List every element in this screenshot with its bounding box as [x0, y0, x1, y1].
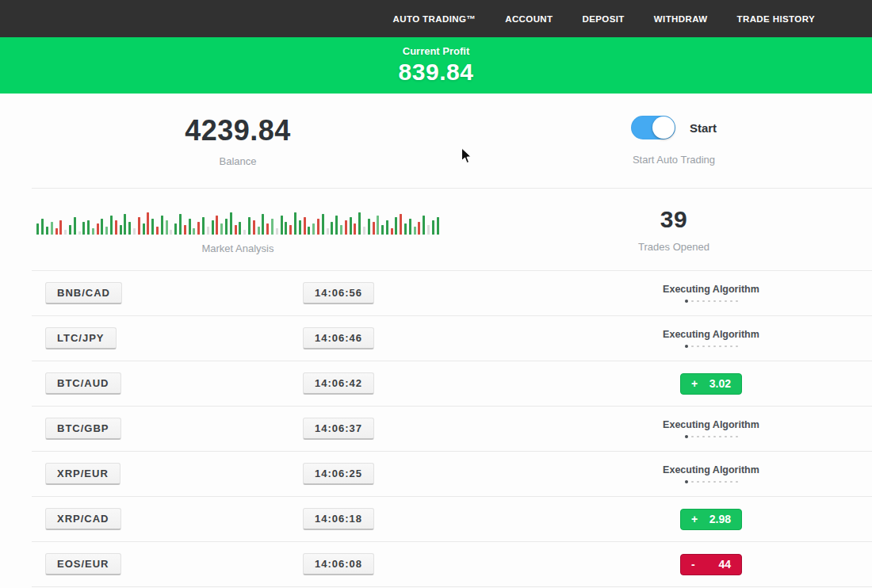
candle-bar [418, 222, 420, 235]
candle-bar [414, 227, 416, 235]
time-button[interactable]: 14:06:25 [303, 463, 374, 485]
candle-bar [391, 228, 393, 235]
badge-value: 3.02 [709, 377, 731, 390]
stats-row-balance: 4239.84 Balance Start Start Auto Trading [0, 94, 872, 188]
nav-item-deposit[interactable]: DEPOSIT [583, 14, 625, 24]
time-button[interactable]: 14:06:42 [303, 372, 374, 395]
badge-value: 44 [718, 558, 731, 571]
candle-bar [128, 222, 131, 235]
pair-button[interactable]: BTC/GBP [45, 418, 121, 440]
candle-bar [276, 228, 278, 235]
progress-dot [713, 436, 716, 438]
progress-dot [730, 300, 732, 303]
candle-bar [427, 225, 430, 235]
pair-button[interactable]: XRP/EUR [45, 463, 120, 485]
candle-bar [239, 222, 241, 235]
candle-bar [299, 220, 301, 235]
progress-dot [702, 436, 705, 438]
pair-button[interactable]: BTC/AUD [45, 372, 121, 395]
candle-bar [373, 222, 375, 235]
progress-dot [719, 300, 721, 303]
trades-table: BNB/CAD 14:06:56 Executing Algorithm LTC… [0, 271, 872, 587]
candle-bar [381, 225, 384, 235]
progress-dot [691, 346, 694, 348]
market-analysis-chart [36, 204, 438, 235]
trade-status: Executing Algorithm [550, 419, 872, 438]
candle-bar [87, 220, 90, 235]
trade-status: Executing Algorithm [550, 329, 872, 348]
candle-bar [350, 217, 352, 235]
progress-dot [691, 481, 694, 483]
loss-badge: -44 [680, 554, 742, 575]
progress-dot [708, 300, 710, 303]
candle-bar [64, 230, 67, 235]
trade-status: Executing Algorithm [550, 284, 872, 303]
candle-bar [46, 227, 48, 235]
candle-bar [151, 219, 154, 235]
progress-dot [736, 300, 738, 303]
toggle-label: Start [690, 121, 717, 135]
nav-item-trade-history[interactable]: TRADE HISTORY [737, 14, 816, 24]
progress-dot [697, 300, 699, 303]
trade-row: BNB/CAD 14:06:56 Executing Algorithm [0, 271, 872, 315]
candle-bar [124, 214, 126, 235]
trade-row: XRP/CAD 14:06:18 +2.98 [0, 497, 872, 541]
candle-bar [97, 223, 99, 235]
candle-bar [322, 214, 324, 235]
stats-row-market: Market Analysis 39 Trades Opened [0, 189, 872, 270]
candle-bar [335, 216, 338, 235]
nav-item-withdraw[interactable]: WITHDRAW [654, 14, 708, 24]
candle-bar [59, 220, 62, 235]
trade-status: -44 [550, 554, 872, 575]
progress-dot [697, 346, 699, 348]
auto-trading-block: Start Start Auto Trading [476, 116, 872, 166]
pair-button[interactable]: BNB/CAD [45, 282, 122, 304]
trade-row: LTC/JPY 14:06:46 Executing Algorithm [0, 316, 872, 361]
candle-bar [243, 230, 246, 235]
candle-bar [105, 227, 108, 235]
pair-button[interactable]: XRP/CAD [45, 508, 121, 530]
trade-status: Executing Algorithm [550, 464, 872, 483]
progress-dot [736, 481, 738, 483]
candle-bar [400, 214, 402, 235]
progress-dot [736, 346, 738, 348]
pair-button[interactable]: LTC/JPY [45, 327, 117, 349]
progress-dot [713, 481, 716, 483]
candle-bar [317, 219, 319, 235]
candle-bar [294, 212, 296, 235]
candle-bar [327, 228, 329, 235]
candle-bar [225, 219, 228, 235]
candle-bar [437, 217, 439, 235]
candle-bar [304, 217, 306, 235]
nav-item-auto-trading[interactable]: AUTO TRADING™ [393, 14, 476, 24]
auto-trading-toggle[interactable] [631, 116, 675, 139]
candle-bar [409, 219, 411, 235]
time-button[interactable]: 14:06:46 [303, 327, 374, 349]
market-analysis-block: Market Analysis [0, 204, 476, 254]
candle-bar [69, 225, 71, 235]
candle-bar [235, 225, 237, 235]
progress-dot [708, 481, 710, 483]
progress-dot [736, 436, 738, 438]
time-button[interactable]: 14:06:56 [303, 282, 374, 304]
time-button[interactable]: 14:06:37 [303, 418, 374, 440]
candle-bar [161, 216, 163, 235]
time-button[interactable]: 14:06:08 [303, 553, 374, 575]
progress-dot [713, 300, 716, 303]
candle-bar [212, 220, 214, 235]
auto-trading-caption: Start Auto Trading [633, 154, 715, 166]
executing-progress-dots [685, 435, 738, 438]
candle-bar [308, 227, 310, 235]
candle-bar [248, 217, 251, 235]
nav-item-account[interactable]: ACCOUNT [505, 14, 553, 24]
current-profit-label: Current Profit [403, 45, 470, 57]
candle-bar [184, 225, 186, 235]
time-button[interactable]: 14:06:18 [303, 508, 374, 530]
candle-bar [345, 220, 347, 235]
candle-bar [133, 228, 136, 235]
executing-algorithm-label: Executing Algorithm [663, 284, 759, 295]
candle-bar [271, 219, 273, 235]
progress-dot [730, 346, 732, 348]
pair-button[interactable]: EOS/EUR [45, 553, 121, 575]
balance-block: 4239.84 Balance [0, 114, 476, 167]
